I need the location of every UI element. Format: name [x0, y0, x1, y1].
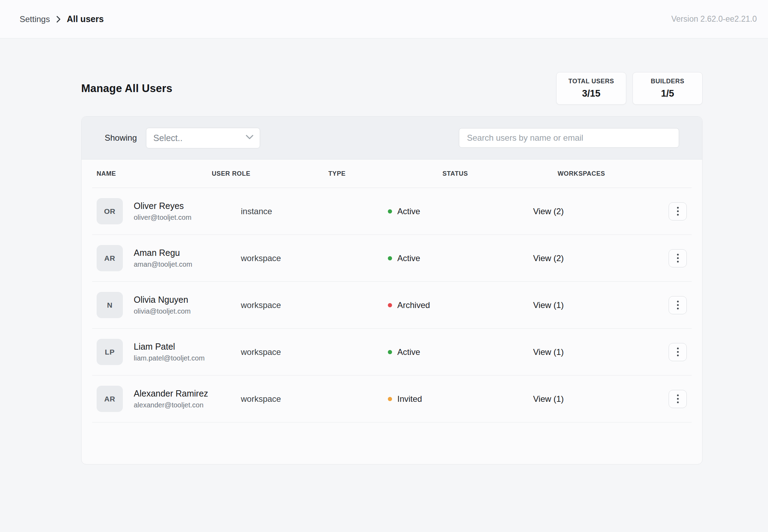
user-name: Oliver Reyes: [134, 201, 191, 211]
builders-label: BUILDERS: [651, 78, 684, 85]
column-header-status: STATUS: [442, 170, 468, 177]
workspaces-link[interactable]: View (1): [533, 394, 649, 404]
row-actions-button[interactable]: [669, 249, 687, 267]
kebab-icon: [677, 394, 679, 403]
status-badge: Active: [388, 206, 533, 216]
status-badge: Active: [388, 253, 533, 263]
user-role: instance: [241, 206, 330, 216]
name-cell: AR Alexander Ramirez alexander@tooljet.c…: [97, 386, 241, 412]
name-cell: OR Oliver Reyes oliver@tooljet.com: [97, 198, 241, 224]
avatar: LP: [97, 339, 123, 365]
topbar: Settings All users Version 2.62.0-ee2.21…: [0, 0, 768, 38]
status-dot-icon: [388, 209, 392, 214]
avatar: AR: [97, 245, 123, 271]
status-badge: Archived: [388, 300, 533, 310]
user-role: workspace: [241, 394, 330, 404]
user-role: workspace: [241, 347, 330, 357]
search-input[interactable]: [459, 128, 679, 148]
stats-cards: TOTAL USERS 3/15 BUILDERS 1/5: [556, 72, 703, 105]
name-cell: AR Aman Regu aman@tooljet.com: [97, 245, 241, 271]
status-label: Active: [397, 347, 420, 357]
user-email: aman@tooljet.com: [134, 260, 192, 268]
table-header: NAME USER ROLE TYPE STATUS WORKSPACES: [92, 160, 692, 188]
status-dot-icon: [388, 303, 392, 307]
avatar: OR: [97, 198, 123, 224]
total-users-value: 3/15: [582, 88, 601, 99]
name-cell: N Olivia Nguyen olivia@tooljet.com: [97, 292, 241, 318]
status-label: Invited: [397, 394, 422, 404]
user-name: Olivia Nguyen: [134, 295, 191, 305]
breadcrumb-settings-link[interactable]: Settings: [20, 14, 50, 24]
workspaces-link[interactable]: View (1): [533, 347, 649, 357]
workspaces-link[interactable]: View (1): [533, 300, 649, 310]
user-email: alexander@tooljet.con: [134, 401, 208, 409]
status-dot-icon: [388, 256, 392, 260]
kebab-icon: [677, 207, 679, 216]
status-label: Active: [397, 253, 420, 263]
status-filter-select[interactable]: Select..: [146, 128, 260, 148]
table-row: LP Liam Patel liam.patel@tooljet.com wor…: [92, 329, 692, 376]
avatar: AR: [97, 386, 123, 412]
status-badge: Invited: [388, 394, 533, 404]
table-row: AR Alexander Ramirez alexander@tooljet.c…: [92, 376, 692, 422]
user-name: Liam Patel: [134, 342, 205, 352]
table-row: OR Oliver Reyes oliver@tooljet.com insta…: [92, 188, 692, 235]
users-table: NAME USER ROLE TYPE STATUS WORKSPACES OR…: [92, 160, 692, 422]
row-actions-button[interactable]: [669, 343, 687, 361]
user-email: liam.patel@tooljet.com: [134, 354, 205, 362]
column-header-workspaces: WORKSPACES: [558, 170, 605, 177]
page-head: Manage All Users TOTAL USERS 3/15 BUILDE…: [81, 72, 703, 105]
page-title: Manage All Users: [81, 82, 172, 95]
status-label: Active: [397, 206, 420, 216]
total-users-card: TOTAL USERS 3/15: [556, 72, 626, 105]
avatar: N: [97, 292, 123, 318]
table-row: AR Aman Regu aman@tooljet.com workspace …: [92, 235, 692, 282]
name-cell: LP Liam Patel liam.patel@tooljet.com: [97, 339, 241, 365]
showing-label: Showing: [105, 133, 137, 143]
table-row: N Olivia Nguyen olivia@tooljet.com works…: [92, 282, 692, 329]
builders-value: 1/5: [661, 88, 674, 99]
filter-bar: Showing Select..: [82, 117, 702, 160]
select-placeholder: Select..: [153, 133, 182, 143]
column-header-name: NAME: [97, 170, 116, 177]
breadcrumb-current: All users: [67, 14, 104, 24]
workspaces-link[interactable]: View (2): [533, 206, 649, 216]
status-dot-icon: [388, 350, 392, 354]
user-email: oliver@tooljet.com: [134, 214, 191, 222]
chevron-down-icon: [246, 135, 253, 141]
version-label: Version 2.62.0-ee2.21.0: [671, 14, 757, 24]
total-users-label: TOTAL USERS: [568, 78, 614, 85]
user-name: Aman Regu: [134, 248, 192, 258]
kebab-icon: [677, 254, 679, 262]
user-email: olivia@tooljet.com: [134, 307, 191, 315]
users-panel: Showing Select.. NAME USER ROLE TYPE STA…: [81, 116, 703, 464]
status-badge: Active: [388, 347, 533, 357]
user-name: Alexander Ramirez: [134, 388, 208, 399]
column-header-type: TYPE: [328, 170, 345, 177]
main-content: Manage All Users TOTAL USERS 3/15 BUILDE…: [81, 72, 703, 464]
user-role: workspace: [241, 253, 330, 263]
builders-card: BUILDERS 1/5: [633, 72, 703, 105]
kebab-icon: [677, 348, 679, 356]
breadcrumb-chevron-icon: [56, 15, 61, 23]
breadcrumb: Settings All users: [20, 14, 104, 24]
user-role: workspace: [241, 300, 330, 310]
column-header-user-role: USER ROLE: [212, 170, 250, 177]
status-label: Archived: [397, 300, 430, 310]
status-dot-icon: [388, 397, 392, 401]
kebab-icon: [677, 301, 679, 309]
row-actions-button[interactable]: [669, 202, 687, 220]
workspaces-link[interactable]: View (2): [533, 253, 649, 263]
row-actions-button[interactable]: [669, 390, 687, 408]
row-actions-button[interactable]: [669, 296, 687, 314]
